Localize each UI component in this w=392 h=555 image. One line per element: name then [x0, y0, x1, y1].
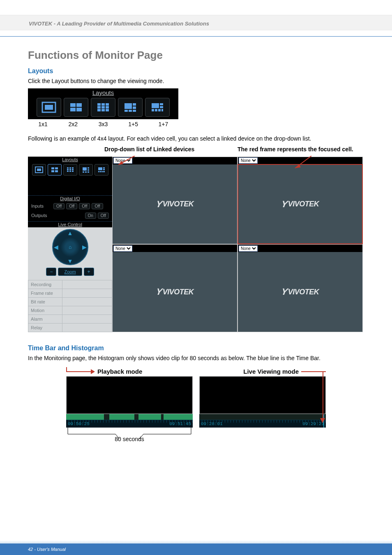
svg-rect-47 [83, 167, 87, 171]
footer: 42 - User's Manual [0, 543, 392, 555]
output-off[interactable]: Off [98, 213, 109, 219]
status-table: Recording Frame rate Bit rate Motion Ala… [28, 280, 112, 332]
sp-layout-2x2[interactable] [48, 164, 62, 176]
layouts-intro: Click the Layout buttons to change the v… [28, 77, 364, 85]
leader-line-dropdown [110, 156, 147, 167]
svg-rect-9 [97, 106, 101, 109]
svg-rect-27 [161, 109, 163, 111]
svg-rect-36 [51, 170, 54, 172]
svg-rect-16 [133, 103, 136, 106]
ptz-right-icon[interactable]: ▶ [82, 244, 87, 250]
svg-rect-55 [103, 169, 105, 170]
ptz-up-icon[interactable]: ▲ [67, 230, 73, 236]
svg-rect-26 [158, 109, 161, 111]
svg-rect-15 [125, 103, 132, 109]
timebar-heading: Time Bar and Histogram [28, 345, 364, 352]
status-motion: Motion [28, 306, 62, 314]
page-title: Functions of Monitor Page [28, 49, 364, 62]
layout-2x2-button[interactable] [64, 98, 88, 117]
playback-start: 09:50:25 [68, 421, 90, 426]
video-cell-1[interactable]: None YVIVOTEK [112, 157, 238, 245]
input-2[interactable]: Off [66, 203, 77, 209]
svg-rect-21 [152, 103, 159, 108]
svg-rect-10 [101, 106, 105, 109]
layout-1p7-button[interactable] [145, 98, 170, 117]
input-4[interactable]: Off [92, 203, 103, 209]
svg-rect-7 [101, 103, 105, 106]
svg-rect-5 [76, 108, 82, 111]
status-bitrate: Bit rate [28, 297, 62, 306]
layouts-labels: 1x1 2x2 3x3 1+5 1+7 [28, 121, 178, 127]
playback-box: Playback mode 09:50:25 09:51:45 [66, 367, 193, 442]
svg-rect-58 [101, 171, 103, 172]
status-alarm: Alarm [28, 314, 62, 323]
output-on[interactable]: On [85, 213, 96, 219]
svg-rect-46 [72, 171, 74, 172]
timebar-intro: In the Monitoring page, the Histogram on… [28, 354, 364, 362]
label-1x1: 1x1 [28, 121, 58, 127]
input-1[interactable]: Off [53, 203, 65, 209]
ptz-down-icon[interactable]: ▼ [67, 258, 73, 264]
svg-marker-66 [320, 418, 325, 423]
sp-layout-1x1[interactable] [32, 164, 46, 176]
svg-rect-42 [69, 169, 71, 170]
sp-layout-3x3[interactable] [63, 164, 77, 176]
svg-rect-59 [103, 171, 105, 172]
ptz-navigator[interactable]: ▲ ▼ ◀ ▶ ⌂ [52, 229, 88, 265]
layout-3x3-button[interactable] [91, 98, 115, 117]
sp-layout-1p7[interactable] [95, 164, 108, 176]
video-cell-3[interactable]: None YVIVOTEK [112, 244, 238, 332]
arrow-down-icon [320, 418, 325, 423]
zoom-in-button[interactable]: + [84, 268, 94, 276]
leader-line [301, 371, 326, 372]
ptz-home-icon[interactable]: ⌂ [69, 244, 71, 250]
svg-rect-54 [103, 167, 105, 169]
svg-rect-13 [101, 109, 105, 111]
live-box: Live Viewing mode 09:28:01 09:29:21 [199, 367, 326, 442]
svg-rect-38 [67, 167, 69, 169]
layout-1x1-button[interactable] [37, 98, 61, 117]
input-3[interactable]: Off [79, 203, 90, 209]
caption-dropdown: Drop-down list of Linked devices [104, 146, 194, 153]
svg-rect-19 [129, 110, 132, 112]
playback-label: Playback mode [97, 368, 142, 375]
svg-rect-6 [97, 103, 101, 106]
svg-rect-40 [72, 167, 74, 169]
device-dropdown-3[interactable]: None [113, 245, 132, 252]
status-framerate: Frame rate [28, 289, 62, 297]
device-dropdown-2[interactable]: None [239, 157, 258, 164]
playback-timebar[interactable]: 09:50:25 09:51:45 [66, 420, 193, 428]
svg-rect-22 [160, 103, 163, 105]
svg-rect-37 [55, 170, 58, 172]
video-cell-4[interactable]: None YVIVOTEK [238, 244, 363, 332]
live-timebar[interactable]: 09:28:01 09:29:21 [199, 420, 326, 428]
label-2x2: 2x2 [58, 121, 88, 127]
svg-rect-3 [76, 103, 82, 107]
label-1p5: 1+5 [118, 121, 148, 127]
label-3x3: 3x3 [88, 121, 118, 127]
live-preview [199, 376, 326, 414]
svg-rect-11 [106, 106, 109, 109]
svg-rect-57 [100, 171, 101, 172]
svg-rect-20 [133, 110, 136, 112]
ptz-left-icon[interactable]: ◀ [54, 244, 58, 250]
sp-layouts-title: Layouts [28, 157, 112, 162]
zoom-out-button[interactable]: − [46, 268, 56, 276]
playback-histogram [66, 414, 193, 420]
svg-rect-8 [106, 103, 109, 106]
svg-rect-33 [37, 169, 41, 171]
svg-rect-56 [98, 171, 99, 172]
outputs-label: Outputs [31, 213, 52, 218]
svg-rect-1 [45, 105, 53, 110]
svg-rect-25 [155, 109, 157, 111]
svg-rect-4 [70, 108, 76, 111]
svg-rect-51 [85, 171, 87, 173]
layout-1p5-button[interactable] [118, 98, 143, 117]
svg-rect-14 [106, 109, 109, 111]
sp-layout-1p5[interactable] [79, 164, 93, 176]
vivotek-logo: YVIVOTEK [156, 287, 194, 297]
device-dropdown-4[interactable]: None [239, 245, 258, 252]
live-start: 09:28:01 [201, 421, 223, 426]
vivotek-logo: YVIVOTEK [281, 199, 319, 210]
svg-rect-17 [133, 106, 136, 109]
